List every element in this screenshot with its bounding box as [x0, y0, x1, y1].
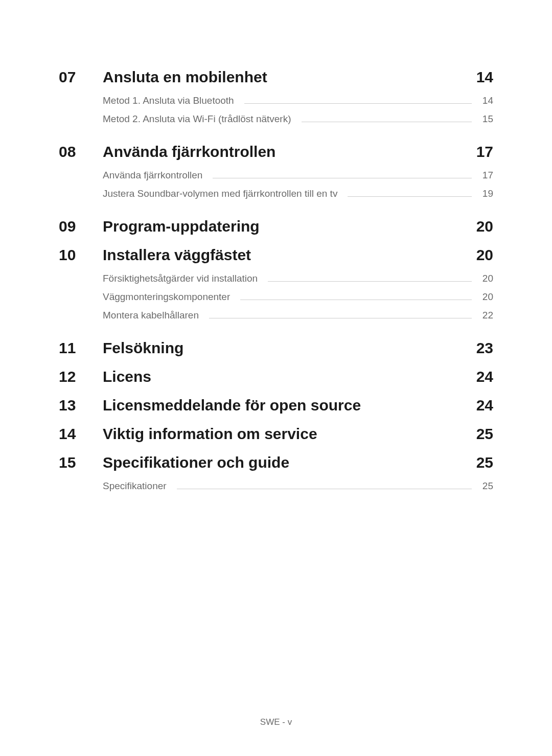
sub-item-page: 22: [478, 310, 493, 321]
leader-line: [268, 281, 472, 282]
sub-item-title: Montera kabelhållaren: [103, 310, 199, 321]
section-page: 17: [476, 143, 493, 161]
toc-section: 09Program-uppdatering20: [59, 218, 493, 235]
sub-item-page: 14: [478, 95, 493, 106]
section-content: Viktig information om service25: [103, 425, 493, 443]
page-footer: SWE - v: [0, 717, 552, 727]
section-number: 10: [59, 246, 103, 264]
section-page: 20: [476, 246, 493, 264]
section-title: Program-uppdatering: [103, 218, 260, 235]
toc-section: 14Viktig information om service25: [59, 425, 493, 443]
sub-item: Specifikationer25: [103, 480, 493, 492]
section-number: 14: [59, 425, 103, 443]
section-title: Viktig information om service: [103, 425, 317, 443]
section-title: Felsökning: [103, 339, 183, 357]
section-page: 20: [476, 218, 493, 235]
leader-line: [244, 103, 472, 104]
sub-item-page: 25: [478, 480, 493, 492]
section-header: Specifikationer och guide25: [103, 454, 493, 471]
section-number: 13: [59, 397, 103, 414]
section-content: Felsökning23: [103, 339, 493, 357]
sub-item: Montera kabelhållaren22: [103, 310, 493, 321]
toc-section: 12Licens24: [59, 368, 493, 385]
sub-item-title: Försiktighetsåtgärder vid installation: [103, 273, 258, 284]
sub-item: Metod 2. Ansluta via Wi-Fi (trådlöst nät…: [103, 113, 493, 125]
toc-section: 10Installera väggfästet20Försiktighetsåt…: [59, 246, 493, 328]
sub-item: Väggmonteringskomponenter20: [103, 291, 493, 303]
sub-item-title: Metod 2. Ansluta via Wi-Fi (trådlöst nät…: [103, 113, 291, 125]
section-number: 12: [59, 368, 103, 385]
leader-line: [209, 318, 472, 318]
leader-line: [348, 196, 472, 197]
toc-section: 07Ansluta en mobilenhet14Metod 1. Anslut…: [59, 68, 493, 132]
sub-items: Försiktighetsåtgärder vid installation20…: [103, 273, 493, 321]
section-title: Ansluta en mobilenhet: [103, 68, 267, 86]
sub-item-page: 19: [478, 188, 493, 199]
sub-item-title: Justera Soundbar-volymen med fjärrkontro…: [103, 188, 337, 199]
sub-item-page: 15: [478, 113, 493, 125]
section-content: Licensmeddelande för open source24: [103, 397, 493, 414]
sub-item: Metod 1. Ansluta via Bluetooth14: [103, 95, 493, 106]
toc-section: 08Använda fjärrkontrollen17Använda fjärr…: [59, 143, 493, 207]
leader-line: [177, 489, 472, 489]
section-page: 25: [476, 425, 493, 443]
sub-item: Använda fjärrkontrollen17: [103, 170, 493, 181]
sub-items: Specifikationer25: [103, 480, 493, 492]
section-content: Ansluta en mobilenhet14Metod 1. Ansluta …: [103, 68, 493, 132]
section-header: Licensmeddelande för open source24: [103, 397, 493, 414]
section-title: Använda fjärrkontrollen: [103, 143, 275, 161]
section-number: 11: [59, 339, 103, 357]
leader-line: [240, 300, 472, 300]
section-header: Ansluta en mobilenhet14: [103, 68, 493, 86]
section-title: Licensmeddelande för open source: [103, 397, 361, 414]
sub-items: Använda fjärrkontrollen17Justera Soundba…: [103, 170, 493, 199]
section-header: Licens24: [103, 368, 493, 385]
sub-item: Försiktighetsåtgärder vid installation20: [103, 273, 493, 284]
section-header: Använda fjärrkontrollen17: [103, 143, 493, 161]
section-title: Licens: [103, 368, 151, 385]
sub-item: Justera Soundbar-volymen med fjärrkontro…: [103, 188, 493, 199]
section-content: Installera väggfästet20Försiktighetsåtgä…: [103, 246, 493, 328]
section-content: Licens24: [103, 368, 493, 385]
sub-item-page: 20: [478, 273, 493, 284]
section-header: Program-uppdatering20: [103, 218, 493, 235]
sub-item-page: 17: [478, 170, 493, 181]
toc-section: 15Specifikationer och guide25Specifikati…: [59, 454, 493, 499]
section-title: Specifikationer och guide: [103, 454, 289, 471]
leader-line: [213, 178, 472, 178]
sub-items: Metod 1. Ansluta via Bluetooth14Metod 2.…: [103, 95, 493, 125]
sub-item-title: Specifikationer: [103, 480, 167, 492]
leader-line: [302, 122, 472, 122]
toc-section: 13Licensmeddelande för open source24: [59, 397, 493, 414]
section-page: 25: [476, 454, 493, 471]
section-content: Specifikationer och guide25Specifikation…: [103, 454, 493, 499]
section-page: 24: [476, 368, 493, 385]
toc-container: 07Ansluta en mobilenhet14Metod 1. Anslut…: [0, 0, 552, 499]
section-header: Installera väggfästet20: [103, 246, 493, 264]
section-title: Installera väggfästet: [103, 246, 251, 264]
sub-item-title: Väggmonteringskomponenter: [103, 291, 230, 303]
section-header: Felsökning23: [103, 339, 493, 357]
sub-item-title: Metod 1. Ansluta via Bluetooth: [103, 95, 234, 106]
section-page: 24: [476, 397, 493, 414]
section-page: 14: [476, 68, 493, 86]
toc-section: 11Felsökning23: [59, 339, 493, 357]
section-number: 09: [59, 218, 103, 235]
sub-item-page: 20: [478, 291, 493, 303]
section-content: Program-uppdatering20: [103, 218, 493, 235]
section-header: Viktig information om service25: [103, 425, 493, 443]
section-page: 23: [476, 339, 493, 357]
section-content: Använda fjärrkontrollen17Använda fjärrko…: [103, 143, 493, 207]
section-number: 07: [59, 68, 103, 86]
sub-item-title: Använda fjärrkontrollen: [103, 170, 202, 181]
footer-text: SWE - v: [260, 717, 292, 727]
section-number: 15: [59, 454, 103, 471]
section-number: 08: [59, 143, 103, 161]
